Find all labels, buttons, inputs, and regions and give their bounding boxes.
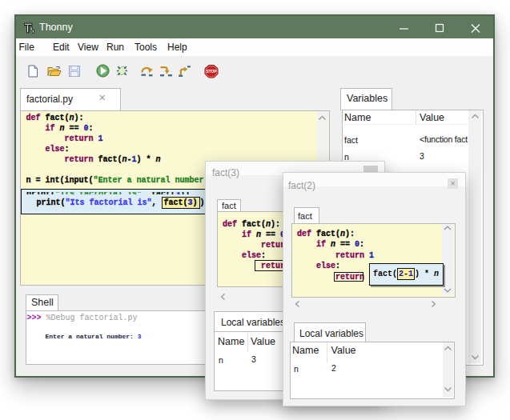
svg-text:STOP: STOP — [207, 70, 218, 74]
